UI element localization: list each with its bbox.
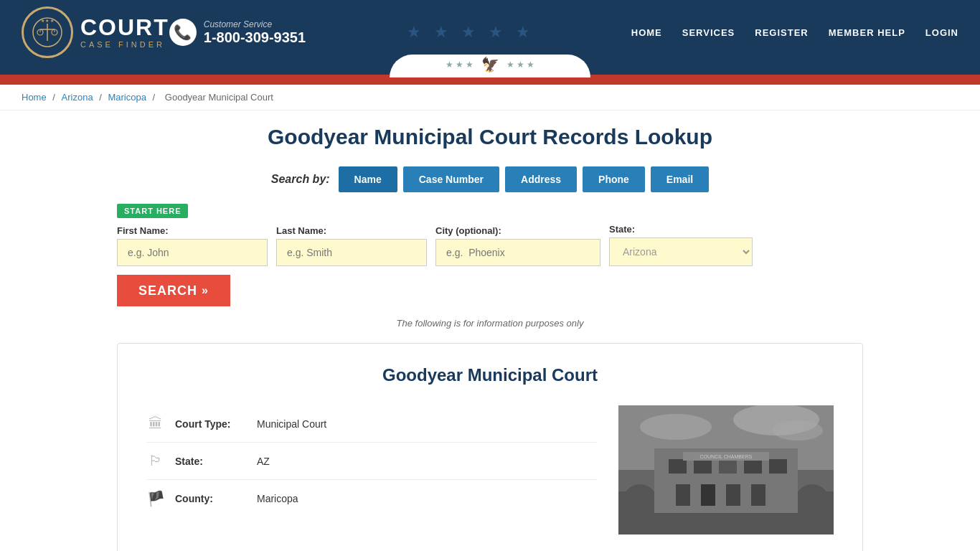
svg-point-26 [626,484,654,506]
nav-login[interactable]: LOGIN [925,27,958,38]
county-label: County: [175,493,247,504]
svg-rect-15 [669,459,687,474]
header-stars-decoration: ★★★★★ [306,23,631,42]
nav-register[interactable]: REGISTER [755,27,808,38]
nav-member-help[interactable]: MEMBER HELP [829,27,905,38]
page-title: Goodyear Municipal Court Records Lookup [117,125,863,149]
svg-rect-17 [719,459,737,474]
court-image: COUNCIL CHAMBERS [618,405,834,534]
cs-label: Customer Service [204,19,306,29]
breadcrumb: Home / Arizona / Maricopa / Goodyear Mun… [0,85,980,110]
breadcrumb-maricopa[interactable]: Maricopa [108,92,146,103]
svg-rect-22 [726,484,740,506]
first-name-label: First Name: [117,225,268,236]
logo-circle: ★ ★ ★ [22,6,73,58]
logo-casefinder-text: CASE FINDER [80,40,169,49]
map-pin-icon: 🏴 [146,490,165,507]
state-label: State: [609,224,753,235]
court-info-body: 🏛 Court Type: Municipal Court 🏳 State: A… [146,405,834,534]
customer-service: 📞 Customer Service 1-800-309-9351 [169,19,306,46]
logo-court-text: COURT [80,16,169,39]
breadcrumb-home[interactable]: Home [22,92,47,103]
state-row: 🏳 State: AZ [146,443,597,480]
cs-phone: 1-800-309-9351 [204,29,306,46]
city-label: City (optional): [435,225,600,236]
court-building-svg: COUNCIL CHAMBERS [618,405,834,534]
court-details: 🏛 Court Type: Municipal Court 🏳 State: A… [146,405,597,517]
svg-text:★ ★ ★: ★ ★ ★ [41,19,54,23]
breadcrumb-sep-2: / [99,92,104,103]
svg-point-27 [798,484,826,506]
building-icon: 🏛 [146,415,165,432]
tab-address[interactable]: Address [505,166,577,192]
eagle-icon: 🦅 [481,56,499,73]
county-row: 🏴 County: Maricopa [146,480,597,517]
eagle-stars-right: ★ ★ ★ [507,60,535,70]
svg-text:COUNCIL CHAMBERS: COUNCIL CHAMBERS [700,454,753,459]
search-chevrons-icon: » [202,284,209,297]
search-form: First Name: Last Name: City (optional): … [117,224,863,306]
svg-rect-19 [769,459,787,474]
breadcrumb-arizona[interactable]: Arizona [62,92,93,103]
nav-services[interactable]: SERVICES [682,27,735,38]
tab-phone[interactable]: Phone [583,166,645,192]
svg-rect-21 [701,484,715,506]
state-select[interactable]: AlabamaAlaskaArizonaArkansasCaliforniaCo… [609,237,753,266]
state-detail-label: State: [175,456,247,467]
state-detail-value: AZ [257,456,270,467]
stars-row: ★★★★★ [407,23,530,42]
last-name-label: Last Name: [276,225,427,236]
logo-emblem: ★ ★ ★ [32,17,63,48]
court-type-value: Municipal Court [257,418,326,430]
info-note: The following is for information purpose… [117,318,863,329]
svg-rect-23 [751,484,765,506]
search-by-row: Search by: Name Case Number Address Phon… [117,166,863,192]
city-input[interactable] [435,239,600,266]
first-name-input[interactable] [117,239,268,266]
last-name-input[interactable] [276,239,427,266]
breadcrumb-current: Goodyear Municipal Court [165,92,273,103]
eagle-stars-left: ★ ★ ★ [446,60,474,70]
cs-text-block: Customer Service 1-800-309-9351 [204,19,306,46]
breadcrumb-sep-3: / [153,92,158,103]
tab-name[interactable]: Name [339,166,397,192]
svg-point-10 [640,414,712,440]
svg-rect-16 [694,459,712,474]
state-group: State: AlabamaAlaskaArizonaArkansasCalif… [609,224,753,266]
wave-container: ★ ★ ★ 🦅 ★ ★ ★ [0,65,980,85]
county-value: Maricopa [257,493,298,504]
breadcrumb-sep-1: / [52,92,57,103]
court-type-row: 🏛 Court Type: Municipal Court [146,405,597,443]
first-name-group: First Name: [117,225,268,266]
tab-email[interactable]: Email [651,166,709,192]
phone-headset-icon: 📞 [169,19,197,46]
logo-area: ★ ★ ★ COURT CASE FINDER [22,6,169,58]
wave-arch: ★ ★ ★ 🦅 ★ ★ ★ [390,55,590,77]
search-button[interactable]: SEARCH » [117,275,230,306]
city-group: City (optional): [435,225,600,266]
logo-text-block: COURT CASE FINDER [80,16,169,49]
search-section: Search by: Name Case Number Address Phon… [117,166,863,329]
svg-rect-20 [676,484,690,506]
search-button-label: SEARCH [138,283,197,298]
court-type-label: Court Type: [175,418,247,430]
eagle-badge: ★ ★ ★ 🦅 ★ ★ ★ [390,55,590,77]
nav-home[interactable]: HOME [631,27,662,38]
main-nav: HOME SERVICES REGISTER MEMBER HELP LOGIN [631,27,958,38]
last-name-group: Last Name: [276,225,427,266]
start-here-badge: START HERE [117,204,188,218]
court-info-title: Goodyear Municipal Court [146,365,834,385]
svg-rect-18 [744,459,762,474]
main-content: Goodyear Municipal Court Records Lookup … [95,110,885,551]
court-info-section: Goodyear Municipal Court 🏛 Court Type: M… [117,343,863,551]
flag-icon: 🏳 [146,453,165,469]
tab-case-number[interactable]: Case Number [403,166,499,192]
svg-point-12 [773,420,823,441]
search-by-label: Search by: [271,173,330,186]
